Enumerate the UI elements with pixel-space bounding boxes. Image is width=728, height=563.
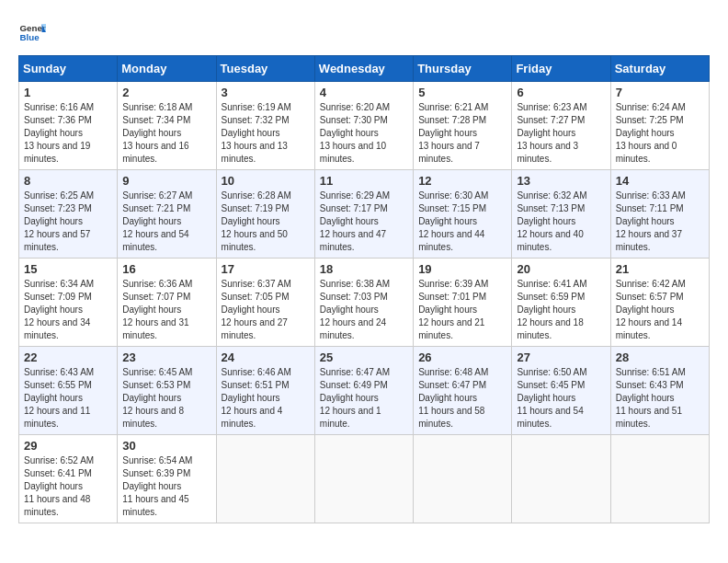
day-info: Sunrise: 6:48 AM Sunset: 6:47 PM Dayligh… xyxy=(418,366,506,431)
daylight-label: Daylight hours xyxy=(418,393,477,403)
sunrise-label: Sunrise: xyxy=(222,102,257,112)
sunset-label: Sunset: xyxy=(616,115,650,125)
col-header-tuesday: Tuesday xyxy=(216,56,314,82)
sunset-label: Sunset: xyxy=(24,292,58,302)
sunrise-label: Sunrise: xyxy=(24,367,60,377)
day-info: Sunrise: 6:28 AM Sunset: 7:19 PM Dayligh… xyxy=(222,190,310,254)
daylight-label: Daylight hours xyxy=(616,393,675,403)
sunrise-label: Sunrise: xyxy=(517,367,552,377)
day-number: 24 xyxy=(222,350,310,364)
sunset-label: Sunset: xyxy=(222,380,256,390)
calendar-cell: 20 Sunrise: 6:41 AM Sunset: 6:59 PM Dayl… xyxy=(512,259,610,347)
sunset-label: Sunset: xyxy=(320,380,354,390)
day-number: 16 xyxy=(122,262,210,276)
sunrise-label: Sunrise: xyxy=(517,102,552,112)
sunset-label: Sunset: xyxy=(122,380,156,390)
day-info: Sunrise: 6:23 AM Sunset: 7:27 PM Dayligh… xyxy=(517,101,605,166)
day-number: 17 xyxy=(222,262,310,276)
daylight-label: Daylight hours xyxy=(517,393,575,403)
calendar-cell xyxy=(314,435,413,523)
day-number: 7 xyxy=(616,86,704,99)
sunset-label: Sunset: xyxy=(616,292,650,302)
daylight-label: Daylight hours xyxy=(24,128,83,138)
calendar-cell: 4 Sunrise: 6:20 AM Sunset: 7:30 PM Dayli… xyxy=(314,82,413,170)
day-info: Sunrise: 6:32 AM Sunset: 7:13 PM Dayligh… xyxy=(517,190,605,254)
sunset-label: Sunset: xyxy=(418,292,452,302)
daylight-label: Daylight hours xyxy=(517,128,575,138)
sunset-label: Sunset: xyxy=(616,380,650,390)
sunrise-label: Sunrise: xyxy=(122,367,158,377)
sunset-label: Sunset: xyxy=(24,203,58,213)
sunrise-label: Sunrise: xyxy=(517,190,552,201)
day-number: 19 xyxy=(418,262,506,276)
sunset-label: Sunset: xyxy=(222,115,256,125)
daylight-label: Daylight hours xyxy=(616,304,675,315)
calendar-cell: 28 Sunrise: 6:51 AM Sunset: 6:43 PM Dayl… xyxy=(610,347,709,435)
day-number: 2 xyxy=(122,86,210,99)
sunset-label: Sunset: xyxy=(320,115,354,125)
daylight-label: Daylight hours xyxy=(222,128,280,138)
day-number: 5 xyxy=(418,86,506,99)
calendar-cell: 6 Sunrise: 6:23 AM Sunset: 7:27 PM Dayli… xyxy=(512,82,610,170)
sunset-label: Sunset: xyxy=(517,380,551,390)
sunset-label: Sunset: xyxy=(616,203,650,213)
daylight-label: Daylight hours xyxy=(222,304,280,315)
sunrise-label: Sunrise: xyxy=(320,367,356,377)
day-info: Sunrise: 6:54 AM Sunset: 6:39 PM Dayligh… xyxy=(122,454,210,519)
day-info: Sunrise: 6:45 AM Sunset: 6:53 PM Dayligh… xyxy=(122,366,210,431)
day-info: Sunrise: 6:50 AM Sunset: 6:45 PM Dayligh… xyxy=(517,366,605,431)
sunset-label: Sunset: xyxy=(24,380,58,390)
sunset-label: Sunset: xyxy=(122,115,156,125)
calendar-cell: 22 Sunrise: 6:43 AM Sunset: 6:55 PM Dayl… xyxy=(19,347,118,435)
sunset-label: Sunset: xyxy=(418,380,452,390)
day-number: 8 xyxy=(24,174,112,188)
sunset-label: Sunset: xyxy=(122,203,156,213)
day-info: Sunrise: 6:27 AM Sunset: 7:21 PM Dayligh… xyxy=(122,190,210,254)
sunrise-label: Sunrise: xyxy=(418,279,454,289)
calendar-cell: 8 Sunrise: 6:25 AM Sunset: 7:23 PM Dayli… xyxy=(19,170,118,259)
day-info: Sunrise: 6:47 AM Sunset: 6:49 PM Dayligh… xyxy=(320,366,408,431)
day-number: 21 xyxy=(616,262,704,276)
sunrise-label: Sunrise: xyxy=(222,190,257,201)
sunset-label: Sunset: xyxy=(418,203,452,213)
sunrise-label: Sunrise: xyxy=(222,367,257,377)
daylight-label: Daylight hours xyxy=(24,216,83,226)
sunrise-label: Sunrise: xyxy=(616,367,652,377)
daylight-label: Daylight hours xyxy=(320,128,379,138)
sunset-label: Sunset: xyxy=(122,468,156,478)
calendar-cell: 27 Sunrise: 6:50 AM Sunset: 6:45 PM Dayl… xyxy=(512,347,610,435)
col-header-thursday: Thursday xyxy=(414,56,512,82)
day-number: 30 xyxy=(122,439,210,453)
sunset-label: Sunset: xyxy=(222,203,256,213)
calendar-cell: 15 Sunrise: 6:34 AM Sunset: 7:09 PM Dayl… xyxy=(19,259,118,347)
daylight-label: Daylight hours xyxy=(122,393,181,403)
day-info: Sunrise: 6:52 AM Sunset: 6:41 PM Dayligh… xyxy=(24,454,112,519)
day-number: 29 xyxy=(24,439,112,453)
calendar-cell: 19 Sunrise: 6:39 AM Sunset: 7:01 PM Dayl… xyxy=(414,259,512,347)
day-info: Sunrise: 6:19 AM Sunset: 7:32 PM Dayligh… xyxy=(222,101,310,166)
col-header-monday: Monday xyxy=(118,56,216,82)
sunset-label: Sunset: xyxy=(320,203,354,213)
day-number: 14 xyxy=(616,174,704,188)
calendar-cell: 23 Sunrise: 6:45 AM Sunset: 6:53 PM Dayl… xyxy=(118,347,216,435)
sunrise-label: Sunrise: xyxy=(320,102,356,112)
day-number: 26 xyxy=(418,350,506,364)
calendar-cell: 1 Sunrise: 6:16 AM Sunset: 7:36 PM Dayli… xyxy=(19,82,118,170)
calendar-cell: 13 Sunrise: 6:32 AM Sunset: 7:13 PM Dayl… xyxy=(512,170,610,259)
daylight-label: Daylight hours xyxy=(320,393,379,403)
daylight-label: Daylight hours xyxy=(616,128,675,138)
calendar-cell: 12 Sunrise: 6:30 AM Sunset: 7:15 PM Dayl… xyxy=(414,170,512,259)
sunset-label: Sunset: xyxy=(122,292,156,302)
calendar-cell xyxy=(414,435,512,523)
sunrise-label: Sunrise: xyxy=(122,102,158,112)
day-number: 4 xyxy=(320,86,408,99)
day-number: 28 xyxy=(616,350,704,364)
day-info: Sunrise: 6:43 AM Sunset: 6:55 PM Dayligh… xyxy=(24,366,112,431)
daylight-label: Daylight hours xyxy=(24,304,83,315)
day-info: Sunrise: 6:41 AM Sunset: 6:59 PM Dayligh… xyxy=(517,278,605,342)
calendar-cell xyxy=(216,435,314,523)
sunrise-label: Sunrise: xyxy=(517,279,552,289)
day-info: Sunrise: 6:36 AM Sunset: 7:07 PM Dayligh… xyxy=(122,278,210,342)
calendar-cell: 14 Sunrise: 6:33 AM Sunset: 7:11 PM Dayl… xyxy=(610,170,709,259)
logo-icon: General Blue xyxy=(18,18,46,46)
